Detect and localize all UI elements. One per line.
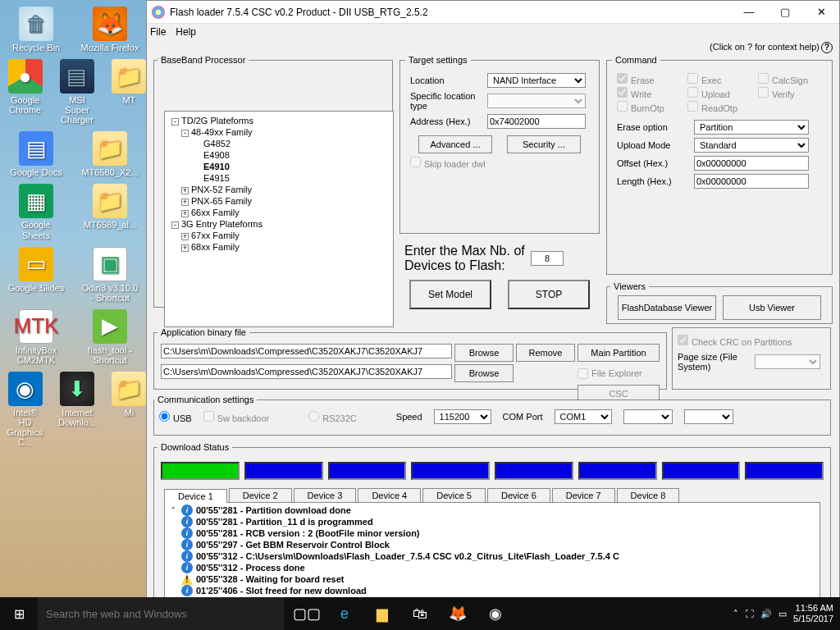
log-line: i01'25''406 - Slot freed for new downloa… <box>167 585 818 596</box>
close-button[interactable]: ✕ <box>803 1 839 24</box>
tree-node[interactable]: -TD/2G Plateforms <box>165 115 393 126</box>
window-body: (Click on ? for context help)? ST BaseBa… <box>147 40 839 629</box>
offset-input[interactable] <box>694 156 809 171</box>
tree-node[interactable]: E4908 <box>165 149 393 161</box>
verify-checkbox <box>758 87 769 98</box>
erase-checkbox <box>617 73 628 84</box>
device-tab[interactable]: Device 2 <box>229 488 292 502</box>
desktop-icon[interactable]: ◉Intel® HD Graphics C... <box>7 372 43 447</box>
write-checkbox <box>617 87 628 98</box>
device-tab[interactable]: Device 3 <box>294 488 357 502</box>
max-devices-input[interactable] <box>531 251 564 266</box>
store-icon[interactable]: 🛍 <box>402 597 438 630</box>
binary-path-2[interactable] <box>161 364 452 379</box>
desktop-icon[interactable]: ●Google Chrome <box>7 59 43 125</box>
extra-select-1[interactable] <box>623 409 673 424</box>
titlebar: Flash loader 7.5.4 CSC v0.2 Product - DI… <box>147 1 839 24</box>
tree-node[interactable]: -48-49xx Family <box>165 126 393 138</box>
desktop-icon[interactable]: ▣Odin3 v3.10.0 - Shortcut <box>80 247 139 303</box>
firefox-taskbar-icon[interactable]: 🦊 <box>440 597 476 630</box>
file-explorer-icon[interactable]: ▆ <box>364 597 400 630</box>
address-input[interactable] <box>487 114 586 129</box>
sw-backdoor-checkbox <box>203 411 214 422</box>
log-line: i00'55''312 - C:\Users\m\Downloads\Flash… <box>167 550 818 562</box>
browse-2-button[interactable]: Browse <box>454 364 514 382</box>
exec-checkbox <box>687 73 698 84</box>
desktop-icon[interactable]: MTKInfinityBox CM2MTK <box>7 309 66 365</box>
log-line: i00'55''312 - Process done <box>167 562 818 573</box>
tree-node[interactable]: -3G Entry Plateforms <box>165 218 393 230</box>
desktop-icon[interactable]: ▶flash_tool - Shortcut <box>80 309 139 365</box>
system-tray: ˄ ⛶ 🔊 ▭ 11:56 AM5/15/2017 <box>733 603 840 624</box>
tree-node[interactable]: +66xx Family <box>165 207 393 218</box>
desktop-icon[interactable]: 📁MT6589_al... <box>80 184 139 240</box>
file-explorer-checkbox <box>578 368 588 379</box>
minimize-button[interactable]: — <box>731 1 767 24</box>
usb-viewer-button[interactable]: Usb Viewer <box>723 295 821 320</box>
erase-option-select[interactable]: Partition <box>694 120 809 135</box>
desktop-icon[interactable]: ▭Google Slides <box>7 247 66 303</box>
processor-tree[interactable]: -TD/2G Plateforms-48-49xx FamilyG4852E49… <box>164 111 394 327</box>
flashdb-viewer-button[interactable]: FlashDatabase Viewer <box>618 295 716 320</box>
tray-volume-icon[interactable]: 🔊 <box>760 609 772 619</box>
calcsign-checkbox <box>758 73 769 84</box>
main-partition-button[interactable]: Main Partition <box>578 344 660 362</box>
advanced-button[interactable]: Advanced ... <box>418 135 492 153</box>
binary-path-1[interactable] <box>161 344 452 358</box>
tray-input-icon[interactable]: ▭ <box>778 609 787 619</box>
flashloader-taskbar-icon[interactable]: ◉ <box>477 597 514 630</box>
desktop-icon[interactable]: ⬇Internet Downlo... <box>58 372 96 447</box>
device-tab[interactable]: Device 4 <box>358 488 421 502</box>
address-label: Address (Hex.) <box>410 116 484 126</box>
tree-node[interactable]: E4910 <box>165 161 393 172</box>
help-icon[interactable]: ? <box>821 42 833 53</box>
skip-loader-checkbox <box>410 157 421 167</box>
device-tab[interactable]: Device 5 <box>422 488 486 502</box>
taskbar-clock[interactable]: 11:56 AM5/15/2017 <box>793 603 833 624</box>
tree-node[interactable]: E4915 <box>165 172 393 184</box>
speed-select[interactable]: 115200 <box>434 409 491 424</box>
set-model-button[interactable]: Set Model <box>409 280 491 309</box>
comport-select[interactable]: COM1 <box>555 409 612 424</box>
tray-chevron-icon[interactable]: ˄ <box>733 609 738 619</box>
security-button[interactable]: Security ... <box>507 135 581 153</box>
browse-1-button[interactable]: Browse <box>454 344 514 362</box>
maximize-button[interactable]: ▢ <box>767 1 803 24</box>
device-tab[interactable]: Device 1 <box>164 489 227 503</box>
device-tab[interactable]: Device 8 <box>617 488 680 502</box>
device-tab[interactable]: Device 7 <box>552 488 615 502</box>
desktop-icon[interactable]: 🗑Recycle Bin <box>7 7 66 52</box>
remove-button[interactable]: Remove <box>516 344 575 362</box>
tray-network-icon[interactable]: ⛶ <box>745 609 754 619</box>
desktop-icon[interactable]: 📁MT6580_X2... <box>80 131 139 177</box>
menu-help[interactable]: Help <box>176 26 196 38</box>
desktop-icon[interactable]: ▤Google Docs <box>7 131 66 177</box>
tree-node[interactable]: G4852 <box>165 138 393 149</box>
desktop-icon[interactable]: 🦊Mozilla Firefox <box>80 7 139 52</box>
location-select[interactable]: NAND Interface <box>487 73 586 88</box>
log-panel[interactable]: ˄i00'55''281 - Partition download donei0… <box>164 502 820 609</box>
length-input[interactable] <box>694 174 809 189</box>
location-label: Location <box>410 75 484 85</box>
desktop-icon[interactable]: 📁Mi <box>111 372 148 447</box>
menu-file[interactable]: File <box>150 26 166 38</box>
tree-node[interactable]: +67xx Family <box>165 230 393 241</box>
edge-icon[interactable]: e <box>326 597 363 630</box>
extra-select-2[interactable] <box>684 409 733 424</box>
tree-node[interactable]: +68xx Family <box>165 241 393 253</box>
readotp-checkbox <box>687 101 698 112</box>
desktop-icon[interactable]: ▦Google Sheets <box>7 184 66 240</box>
specific-loc-label: Specific location type <box>410 91 484 111</box>
device-tab[interactable]: Device 6 <box>487 488 550 502</box>
stop-button[interactable]: STOP <box>508 280 590 309</box>
task-view-icon[interactable]: ▢▢ <box>289 597 325 630</box>
upload-mode-select[interactable]: Standard <box>694 138 809 153</box>
taskbar-search[interactable] <box>38 597 284 630</box>
desktop-icon[interactable]: 📁MT <box>111 59 148 125</box>
start-button[interactable]: ⊞ <box>0 597 38 630</box>
usb-radio[interactable] <box>159 411 170 422</box>
tree-node[interactable]: +PNX-65 Family <box>165 195 393 207</box>
tree-node[interactable]: +PNX-52 Family <box>165 184 393 195</box>
desktop-icon[interactable]: ▤MSI Super Charger <box>58 59 95 125</box>
specific-loc-select <box>487 94 586 108</box>
